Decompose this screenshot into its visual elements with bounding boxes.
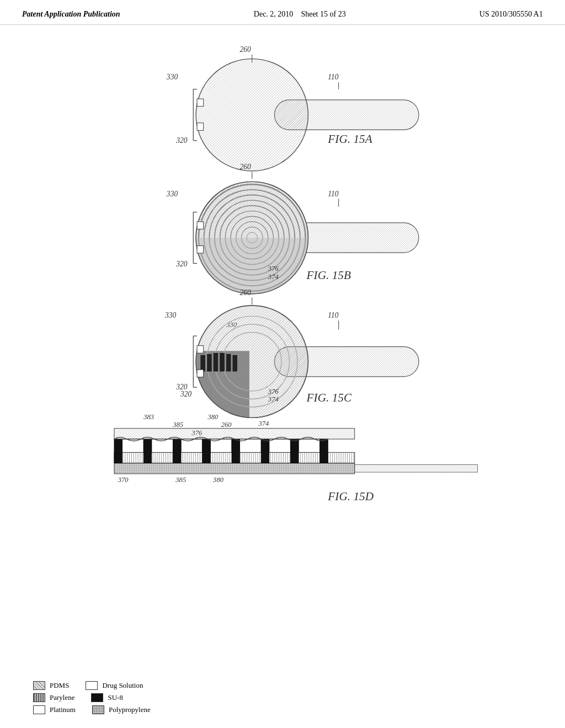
legend-parylene-label: Parylene xyxy=(50,693,74,702)
figures-svg: 260 330 110 xyxy=(76,36,489,677)
svg-rect-96 xyxy=(355,465,478,473)
svg-text:385: 385 xyxy=(175,476,186,484)
svg-rect-95 xyxy=(114,463,355,474)
svg-text:FIG. 15A: FIG. 15A xyxy=(327,132,372,146)
svg-rect-73 xyxy=(207,354,211,371)
svg-text:FIG. 15C: FIG. 15C xyxy=(306,391,352,404)
svg-text:376: 376 xyxy=(268,388,279,395)
svg-text:383: 383 xyxy=(143,413,154,421)
svg-rect-105 xyxy=(114,439,122,463)
legend-platinum-label: Platinum xyxy=(50,705,76,714)
svg-text:374: 374 xyxy=(268,395,279,403)
legend: PDMS Drug Solution Parylene SU-8 Platinu… xyxy=(33,681,151,714)
legend-parylene: Parylene xyxy=(33,693,74,702)
svg-rect-54 xyxy=(197,246,204,254)
svg-text:110: 110 xyxy=(328,73,339,81)
legend-pdms: PDMS xyxy=(33,681,69,690)
legend-drug-label: Drug Solution xyxy=(102,681,143,690)
svg-text:FIG. 15D: FIG. 15D xyxy=(327,490,374,503)
svg-text:260: 260 xyxy=(221,421,232,429)
publication-type: Patent Application Publication xyxy=(22,10,120,19)
publication-date-sheet: Dec. 2, 2010 Sheet 15 of 23 xyxy=(254,10,346,19)
svg-text:330: 330 xyxy=(164,311,177,319)
svg-point-24 xyxy=(196,59,308,171)
svg-text:260: 260 xyxy=(240,288,252,297)
svg-rect-53 xyxy=(197,222,204,229)
svg-text:374: 374 xyxy=(258,420,269,427)
svg-rect-74 xyxy=(214,353,218,371)
svg-rect-113 xyxy=(114,429,355,439)
svg-text:330: 330 xyxy=(166,190,178,198)
svg-rect-29 xyxy=(197,123,204,131)
svg-text:260: 260 xyxy=(240,45,252,53)
svg-rect-72 xyxy=(201,355,205,371)
legend-polypropylene-box xyxy=(92,705,104,714)
svg-text:110: 110 xyxy=(328,311,339,319)
legend-row-3: Platinum Polypropylene xyxy=(33,705,151,714)
publication-number: US 2010/305550 A1 xyxy=(479,10,543,19)
legend-polypropylene-label: Polypropylene xyxy=(109,705,151,714)
legend-row-1: PDMS Drug Solution xyxy=(33,681,151,690)
svg-rect-111 xyxy=(291,439,299,463)
svg-rect-112 xyxy=(320,439,328,463)
legend-parylene-box xyxy=(33,693,45,702)
svg-rect-107 xyxy=(173,439,181,463)
svg-rect-77 xyxy=(233,355,237,371)
svg-text:320: 320 xyxy=(180,390,192,398)
svg-rect-100 xyxy=(181,439,202,452)
svg-text:330: 330 xyxy=(166,73,178,81)
legend-su8-label: SU-8 xyxy=(108,693,122,702)
legend-platinum-box xyxy=(33,705,45,714)
svg-rect-104 xyxy=(299,439,320,452)
svg-text:380: 380 xyxy=(212,476,224,484)
svg-rect-106 xyxy=(143,439,152,463)
page-header: Patent Application Publication Dec. 2, 2… xyxy=(0,0,565,25)
legend-su8: SU-8 xyxy=(91,693,122,702)
svg-rect-109 xyxy=(232,439,240,463)
svg-rect-110 xyxy=(261,439,269,463)
svg-text:380: 380 xyxy=(207,413,218,421)
legend-su8-box xyxy=(91,693,103,702)
svg-text:374: 374 xyxy=(268,273,279,281)
svg-rect-76 xyxy=(226,354,231,371)
svg-rect-75 xyxy=(220,353,225,371)
legend-polypropylene: Polypropylene xyxy=(92,705,151,714)
legend-drug-box xyxy=(86,681,98,690)
svg-text:320: 320 xyxy=(175,136,188,144)
legend-row-2: Parylene SU-8 xyxy=(33,693,151,702)
svg-text:FIG. 15B: FIG. 15B xyxy=(306,269,351,282)
svg-text:376: 376 xyxy=(268,265,279,272)
svg-rect-28 xyxy=(197,99,204,106)
svg-text:260: 260 xyxy=(240,163,252,171)
legend-drug: Drug Solution xyxy=(86,681,143,690)
svg-text:110: 110 xyxy=(328,190,339,198)
svg-rect-83 xyxy=(197,370,204,377)
main-content: 260 330 110 xyxy=(0,25,565,720)
svg-text:385: 385 xyxy=(172,421,183,429)
legend-pdms-label: PDMS xyxy=(50,681,69,690)
legend-platinum: Platinum xyxy=(33,705,76,714)
svg-text:370: 370 xyxy=(118,476,129,484)
svg-rect-108 xyxy=(202,439,211,463)
svg-rect-82 xyxy=(197,346,204,354)
svg-rect-103 xyxy=(269,439,291,452)
svg-text:320: 320 xyxy=(175,260,188,268)
legend-pdms-box xyxy=(33,681,45,690)
